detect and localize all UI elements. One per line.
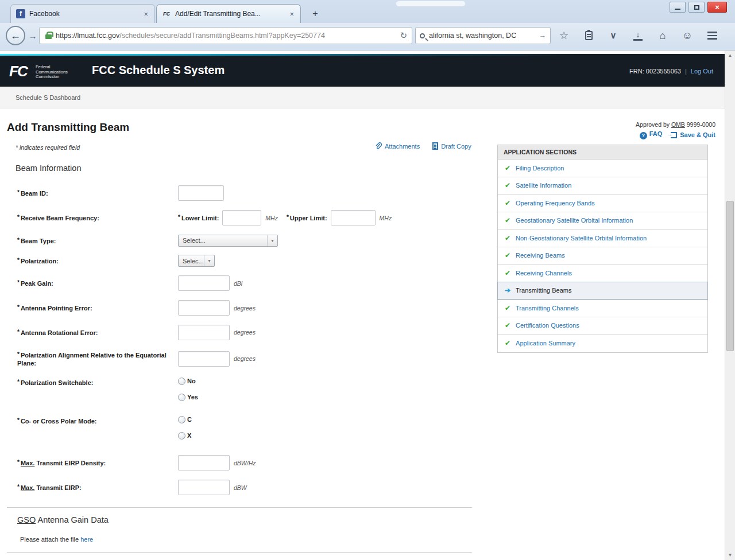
sidebar-item-geostationary-orbital-info: ✔Geostationary Satellite Orbital Informa… <box>498 212 707 230</box>
sidebar-link[interactable]: Receiving Beams <box>516 252 565 259</box>
radio-button-icon[interactable] <box>178 394 185 401</box>
fcc-site-header: FC Federal Communications Commission FCC… <box>0 56 725 87</box>
menu-hamburger-icon[interactable] <box>705 29 719 42</box>
required-marker: * <box>17 237 20 243</box>
save-quit-label: Save & Quit <box>680 131 715 138</box>
sidebar-current-item[interactable]: Transmitting Beams <box>516 287 571 294</box>
logo-line-3: Commission <box>36 74 59 79</box>
tab-facebook[interactable]: f Facebook × <box>10 4 155 23</box>
polarization-select[interactable]: Selec...▼ <box>178 255 215 267</box>
sidebar-item-certification-questions: ✔Certification Questions <box>498 317 707 335</box>
forward-button[interactable]: → <box>27 30 38 42</box>
chevron-down-icon: ▼ <box>204 255 214 266</box>
sidebar-link[interactable]: Operating Frequency Bands <box>516 200 595 207</box>
tab-fcc-schedule-s[interactable]: FC Add/Edit Transmitting Bea... × <box>156 4 301 23</box>
minimize-button[interactable] <box>670 2 686 13</box>
sidebar-item-operating-frequency-bands: ✔Operating Frequency Bands <box>498 195 707 212</box>
scrollbar-down-icon[interactable]: ▼ <box>725 550 735 560</box>
radio-button-icon[interactable] <box>178 378 185 385</box>
sidebar-link[interactable]: Non-Geostationary Satellite Orbital Info… <box>516 235 647 242</box>
max-transmit-eirp-density-control: dBW/Hz <box>178 455 256 470</box>
header-right: FRN: 0023555063|Log Out <box>629 68 713 75</box>
background-window-peek <box>396 1 465 6</box>
co-cross-polar-mode-label-text: Co- or Cross Polar Mode: <box>21 418 97 425</box>
radio-button-icon[interactable] <box>178 416 185 423</box>
sidebar-link[interactable]: Filing Description <box>516 165 564 172</box>
polarization-alignment-input[interactable] <box>178 351 230 367</box>
peak-gain-row: *Peak Gain: dBi <box>17 271 472 295</box>
check-icon: ✔ <box>505 321 510 329</box>
url-bar[interactable]: https://lmuat.fcc.gov/schedules/secure/a… <box>39 27 412 44</box>
antenna-pointing-error-input[interactable] <box>178 300 230 316</box>
faq-link[interactable]: ?FAQ <box>640 130 663 139</box>
sidebar-link[interactable]: Transmitting Channels <box>516 305 579 312</box>
tab-close-icon[interactable]: × <box>142 10 149 18</box>
sidebar-link[interactable]: Receiving Channels <box>516 270 572 277</box>
minimize-icon <box>675 9 680 10</box>
polarization-alignment-unit: degrees <box>234 355 256 362</box>
lower-limit-input[interactable] <box>222 210 261 225</box>
save-quit-link[interactable]: Save & Quit <box>671 131 715 138</box>
attachments-link[interactable]: Attachments <box>375 142 420 150</box>
close-button[interactable]: × <box>707 2 727 13</box>
cross-polar-option[interactable]: X <box>178 427 191 444</box>
browser-chrome: f Facebook × FC Add/Edit Transmitting Be… <box>0 0 735 50</box>
application-sections-header: APPLICATION SECTIONS <box>498 145 707 160</box>
co-polar-option[interactable]: C <box>178 411 192 427</box>
draft-copy-icon <box>432 142 438 150</box>
search-bar[interactable]: alifornia st, washington, DC → <box>415 27 551 44</box>
beam-id-input[interactable] <box>178 185 224 201</box>
section-divider <box>7 552 472 553</box>
search-go-icon[interactable]: → <box>539 32 547 40</box>
co-cross-polar-mode-row: *Co- or Cross Polar Mode: C X <box>17 411 472 450</box>
beam-type-select[interactable]: Select...▼ <box>178 235 278 247</box>
peak-gain-unit: dBi <box>234 280 242 287</box>
fcc-logo-text: Federal Communications Commission <box>36 65 68 80</box>
max-transmit-eirp-density-input[interactable] <box>178 455 230 470</box>
sidebar-link[interactable]: Geostationary Satellite Orbital Informat… <box>516 217 633 224</box>
sidebar-item-receiving-channels: ✔Receiving Channels <box>498 265 707 282</box>
max-transmit-eirp-input[interactable] <box>178 480 230 495</box>
reload-icon[interactable]: ↻ <box>400 30 407 41</box>
current-arrow-icon: ➔ <box>505 286 510 294</box>
scrollbar-up-icon[interactable]: ▲ <box>725 50 735 60</box>
antenna-rotational-error-input[interactable] <box>178 325 230 340</box>
bookmarks-panel-icon[interactable] <box>582 29 595 42</box>
peak-gain-input[interactable] <box>178 275 230 291</box>
receive-beam-frequency-label: *Receive Beam Frequency: <box>17 213 178 222</box>
attach-here-link[interactable]: here <box>80 536 93 543</box>
downloads-icon[interactable]: ↓ <box>631 29 645 42</box>
max-transmit-eirp-density-row: *Max. Transmit EIRP Density: dBW/Hz <box>17 450 472 475</box>
radio-button-icon[interactable] <box>178 432 185 440</box>
breadcrumb-dashboard-link[interactable]: Schedule S Dashboard <box>16 94 80 101</box>
hello-smiley-icon[interactable]: ☺ <box>680 29 694 42</box>
breadcrumb: Schedule S Dashboard <box>0 87 725 108</box>
tab-close-icon[interactable]: × <box>288 10 295 18</box>
pocket-icon[interactable]: ∨ <box>606 29 620 42</box>
required-marker: * <box>17 189 20 196</box>
max-transmit-eirp-density-label-text: Transmit EIRP Density: <box>34 460 106 466</box>
required-marker: * <box>17 379 20 385</box>
draft-copy-link[interactable]: Draft Copy <box>432 142 471 150</box>
sidebar-link[interactable]: Certification Questions <box>516 322 579 329</box>
back-button[interactable]: ← <box>6 26 25 45</box>
polarization-alignment-label-text: Polarization Alignment Relative to the E… <box>17 352 167 367</box>
sidebar-item-transmitting-beams: ➔Transmitting Beams <box>498 282 707 300</box>
logout-link[interactable]: Log Out <box>691 68 713 75</box>
required-marker: * <box>17 279 20 286</box>
bookmark-star-icon[interactable]: ☆ <box>557 29 571 42</box>
sidebar-link[interactable]: Satellite Information <box>516 182 571 189</box>
new-tab-button[interactable]: + <box>307 6 324 21</box>
sidebar-item-satellite-information: ✔Satellite Information <box>498 177 707 195</box>
max-transmit-eirp-density-label: *Max. Transmit EIRP Density: <box>17 458 178 467</box>
scrollbar-thumb[interactable] <box>726 201 734 351</box>
home-icon[interactable]: ⌂ <box>656 29 670 42</box>
sidebar-link[interactable]: Application Summary <box>516 340 575 347</box>
page-scrollbar[interactable]: ▲ ▼ <box>725 50 735 560</box>
sidebar-item-transmitting-channels: ✔Transmitting Channels <box>498 300 707 317</box>
maximize-button[interactable] <box>688 2 705 13</box>
polarization-switchable-yes-option[interactable]: Yes <box>178 389 198 405</box>
toolbar-icons: ☆ ∨ ↓ ⌂ ☺ <box>557 29 719 42</box>
upper-limit-input[interactable] <box>331 210 376 225</box>
polarization-switchable-no-option[interactable]: No <box>178 373 196 389</box>
